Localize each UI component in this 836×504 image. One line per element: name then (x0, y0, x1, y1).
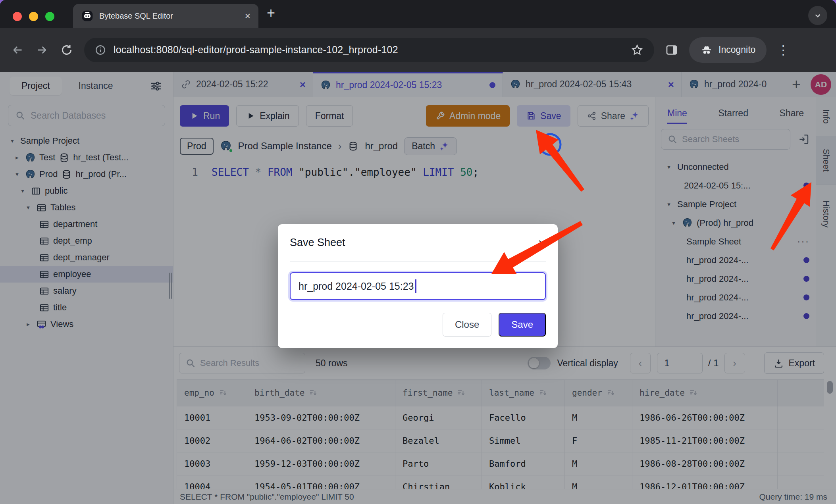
save-button[interactable]: Save (499, 313, 546, 337)
bytebase-favicon-icon (81, 10, 94, 22)
bookmark-star-icon[interactable] (630, 43, 644, 57)
dialog-title: Save Sheet (290, 237, 345, 249)
maximize-window-button[interactable] (45, 12, 54, 21)
browser-tab[interactable]: Bytebase SQL Editor × (73, 4, 258, 28)
browser-toolbar: localhost:8080/sql-editor/prod-sample-in… (0, 28, 836, 72)
tab-search-button[interactable] (808, 6, 827, 25)
url-text: localhost:8080/sql-editor/prod-sample-in… (114, 44, 623, 56)
sheet-name-value: hr_prod 2024-02-05 15:23 (299, 281, 414, 292)
close-button[interactable]: Close (443, 313, 491, 337)
sheet-name-input[interactable]: hr_prod 2024-02-05 15:23 (290, 272, 546, 300)
incognito-label: Incognito (718, 44, 755, 55)
close-window-button[interactable] (13, 12, 22, 21)
forward-icon[interactable] (35, 43, 49, 57)
side-panel-icon[interactable] (665, 43, 679, 57)
incognito-icon (700, 44, 713, 56)
minimize-window-button[interactable] (29, 12, 38, 21)
back-icon[interactable] (10, 43, 25, 57)
browser-tab-title: Bytebase SQL Editor (99, 12, 239, 21)
reload-icon[interactable] (60, 43, 74, 57)
text-caret (415, 279, 416, 293)
window-controls (13, 12, 54, 21)
chevron-down-icon (813, 10, 823, 21)
site-info-icon[interactable] (94, 44, 106, 56)
new-tab-icon[interactable]: + (267, 5, 275, 21)
browser-tab-strip: Bytebase SQL Editor × + (0, 0, 836, 28)
browser-menu-icon[interactable]: ⋮ (777, 42, 790, 58)
save-sheet-dialog: Save Sheet × hr_prod 2024-02-05 15:23 Cl… (278, 224, 558, 348)
bytebase-app: Project Instance ▾Sample Project▸Testhr_… (0, 72, 836, 504)
close-tab-icon[interactable]: × (245, 11, 250, 21)
address-bar[interactable]: localhost:8080/sql-editor/prod-sample-in… (84, 38, 654, 62)
close-dialog-icon[interactable]: × (538, 236, 546, 250)
incognito-badge: Incognito (689, 37, 767, 63)
